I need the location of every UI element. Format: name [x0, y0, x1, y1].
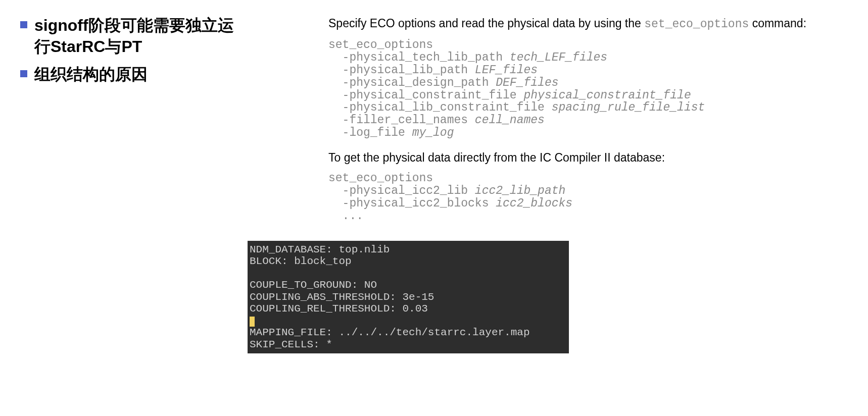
code2-italic: icc2_lib_path [475, 184, 565, 197]
bullet-item: 组织结构的原因 [20, 64, 248, 85]
code-block-2: set_eco_options -physical_icc2_lib icc2_… [328, 172, 828, 222]
code2-line: -physical_icc2_blocks [328, 197, 496, 210]
code2-line: set_eco_options [328, 172, 433, 185]
code1-italic: spacing_rule_file_list [552, 101, 705, 114]
code2-line: -physical_icc2_lib [328, 184, 475, 197]
bullet-square-icon [20, 70, 27, 77]
bullet-item: signoff阶段可能需要独立运行StarRC与PT [20, 15, 248, 57]
terminal-line: COUPLE_TO_GROUND: NO [250, 279, 377, 291]
left-column: signoff阶段可能需要独立运行StarRC与PT 组织结构的原因 [20, 15, 248, 401]
code2-italic: icc2_blocks [496, 197, 572, 210]
para1-prefix: Specify ECO options and read the physica… [328, 17, 644, 30]
terminal-cursor-icon [250, 317, 255, 327]
terminal-line: NDM_DATABASE: top.nlib [250, 244, 390, 255]
terminal-line: BLOCK: block_top [250, 255, 352, 267]
paragraph-2: To get the physical data directly from t… [328, 149, 828, 166]
code1-italic: LEF_files [475, 64, 538, 77]
para1-suffix: command: [749, 17, 806, 30]
para1-inline-code: set_eco_options [644, 18, 749, 31]
code1-line: -physical_constraint_file [328, 89, 523, 102]
terminal-line: COUPLING_REL_THRESHOLD: 0.03 [250, 303, 428, 315]
code-block-1: set_eco_options -physical_tech_lib_path … [328, 39, 828, 139]
code1-italic: my_log [412, 126, 454, 139]
terminal-line: SKIP_CELLS: * [250, 339, 332, 350]
code1-line: -physical_design_path [328, 76, 496, 89]
bullet-text: 组织结构的原因 [34, 64, 148, 85]
code1-line: -physical_lib_constraint_file [328, 101, 552, 114]
paragraph-1: Specify ECO options and read the physica… [328, 15, 828, 33]
terminal-output: NDM_DATABASE: top.nlib BLOCK: block_top … [248, 241, 569, 354]
code1-italic: physical_constraint_file [523, 89, 691, 102]
right-column: Specify ECO options and read the physica… [248, 15, 848, 401]
code1-line: set_eco_options [328, 38, 433, 51]
code1-line: -physical_lib_path [328, 64, 475, 77]
bullet-list: signoff阶段可能需要独立运行StarRC与PT 组织结构的原因 [20, 15, 248, 85]
code1-italic: DEF_files [496, 76, 558, 89]
code1-line: -log_file [328, 126, 412, 139]
bullet-text: signoff阶段可能需要独立运行StarRC与PT [34, 15, 248, 57]
terminal-line: COUPLING_ABS_THRESHOLD: 3e-15 [250, 291, 434, 303]
code1-italic: cell_names [475, 114, 545, 127]
code1-italic: tech_LEF_files [510, 51, 607, 64]
bullet-square-icon [20, 21, 27, 28]
code1-line: -filler_cell_names [328, 114, 475, 127]
terminal-line: MAPPING_FILE: ../../../tech/starrc.layer… [250, 327, 530, 338]
code1-line: -physical_tech_lib_path [328, 51, 510, 64]
code2-line: ... [328, 210, 363, 223]
